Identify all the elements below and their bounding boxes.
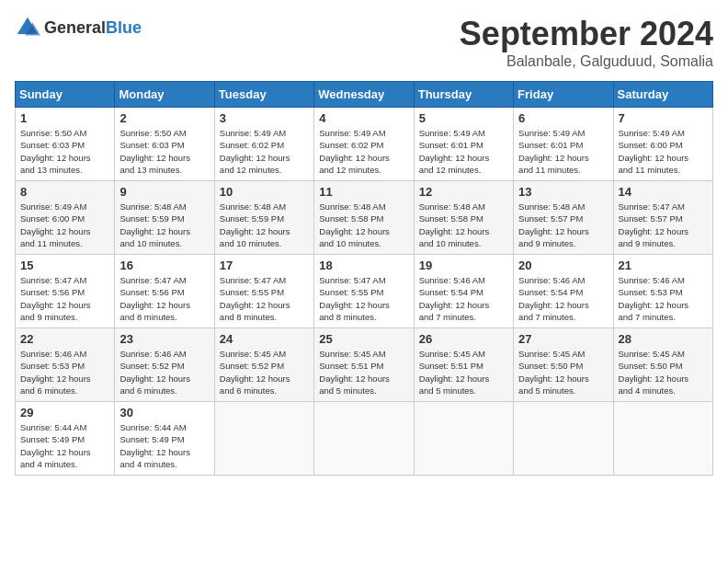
col-wednesday: Wednesday bbox=[314, 82, 414, 108]
table-row: 30Sunrise: 5:44 AMSunset: 5:49 PMDayligh… bbox=[115, 402, 214, 476]
col-tuesday: Tuesday bbox=[214, 82, 313, 108]
table-row: 15Sunrise: 5:47 AMSunset: 5:56 PMDayligh… bbox=[16, 255, 115, 328]
col-friday: Friday bbox=[514, 82, 613, 108]
table-row: 12Sunrise: 5:48 AMSunset: 5:58 PMDayligh… bbox=[414, 181, 513, 255]
table-row bbox=[414, 402, 513, 476]
month-title: September 2024 bbox=[460, 15, 713, 53]
title-block: September 2024 Balanbale, Galguduud, Som… bbox=[460, 15, 713, 70]
table-row: 3Sunrise: 5:49 AMSunset: 6:02 PMDaylight… bbox=[214, 108, 313, 181]
table-row bbox=[314, 402, 414, 476]
table-row: 5Sunrise: 5:49 AMSunset: 6:01 PMDaylight… bbox=[414, 108, 513, 181]
table-row: 19Sunrise: 5:46 AMSunset: 5:54 PMDayligh… bbox=[414, 255, 513, 328]
table-row: 18Sunrise: 5:47 AMSunset: 5:55 PMDayligh… bbox=[314, 255, 414, 328]
table-row: 28Sunrise: 5:45 AMSunset: 5:50 PMDayligh… bbox=[613, 328, 712, 402]
location-title: Balanbale, Galguduud, Somalia bbox=[460, 53, 713, 70]
col-monday: Monday bbox=[115, 82, 214, 108]
logo-text: GeneralBlue bbox=[44, 18, 142, 38]
calendar-week-5: 29Sunrise: 5:44 AMSunset: 5:49 PMDayligh… bbox=[16, 402, 713, 476]
logo-icon bbox=[15, 15, 40, 40]
table-row: 23Sunrise: 5:46 AMSunset: 5:52 PMDayligh… bbox=[115, 328, 214, 402]
table-row: 22Sunrise: 5:46 AMSunset: 5:53 PMDayligh… bbox=[16, 328, 115, 402]
calendar-week-3: 15Sunrise: 5:47 AMSunset: 5:56 PMDayligh… bbox=[16, 255, 713, 328]
table-row: 10Sunrise: 5:48 AMSunset: 5:59 PMDayligh… bbox=[214, 181, 313, 255]
calendar-week-4: 22Sunrise: 5:46 AMSunset: 5:53 PMDayligh… bbox=[16, 328, 713, 402]
table-row: 20Sunrise: 5:46 AMSunset: 5:54 PMDayligh… bbox=[514, 255, 613, 328]
table-row: 24Sunrise: 5:45 AMSunset: 5:52 PMDayligh… bbox=[214, 328, 313, 402]
table-row: 16Sunrise: 5:47 AMSunset: 5:56 PMDayligh… bbox=[115, 255, 214, 328]
table-row bbox=[613, 402, 712, 476]
calendar-week-2: 8Sunrise: 5:49 AMSunset: 6:00 PMDaylight… bbox=[16, 181, 713, 255]
table-row: 11Sunrise: 5:48 AMSunset: 5:58 PMDayligh… bbox=[314, 181, 414, 255]
table-row: 26Sunrise: 5:45 AMSunset: 5:51 PMDayligh… bbox=[414, 328, 513, 402]
table-row: 29Sunrise: 5:44 AMSunset: 5:49 PMDayligh… bbox=[16, 402, 115, 476]
table-row bbox=[514, 402, 613, 476]
col-thursday: Thursday bbox=[414, 82, 513, 108]
table-row: 7Sunrise: 5:49 AMSunset: 6:00 PMDaylight… bbox=[613, 108, 712, 181]
logo: GeneralBlue bbox=[15, 15, 142, 40]
col-saturday: Saturday bbox=[613, 82, 712, 108]
col-sunday: Sunday bbox=[16, 82, 115, 108]
table-row: 14Sunrise: 5:47 AMSunset: 5:57 PMDayligh… bbox=[613, 181, 712, 255]
calendar-table: Sunday Monday Tuesday Wednesday Thursday… bbox=[15, 81, 713, 476]
table-row: 25Sunrise: 5:45 AMSunset: 5:51 PMDayligh… bbox=[314, 328, 414, 402]
table-row: 13Sunrise: 5:48 AMSunset: 5:57 PMDayligh… bbox=[514, 181, 613, 255]
table-row: 8Sunrise: 5:49 AMSunset: 6:00 PMDaylight… bbox=[16, 181, 115, 255]
table-row: 27Sunrise: 5:45 AMSunset: 5:50 PMDayligh… bbox=[514, 328, 613, 402]
header-row: Sunday Monday Tuesday Wednesday Thursday… bbox=[16, 82, 713, 108]
table-row: 17Sunrise: 5:47 AMSunset: 5:55 PMDayligh… bbox=[214, 255, 313, 328]
page-header: GeneralBlue September 2024 Balanbale, Ga… bbox=[15, 15, 713, 70]
table-row: 21Sunrise: 5:46 AMSunset: 5:53 PMDayligh… bbox=[613, 255, 712, 328]
table-row bbox=[214, 402, 313, 476]
table-row: 9Sunrise: 5:48 AMSunset: 5:59 PMDaylight… bbox=[115, 181, 214, 255]
table-row: 2Sunrise: 5:50 AMSunset: 6:03 PMDaylight… bbox=[115, 108, 214, 181]
table-row: 6Sunrise: 5:49 AMSunset: 6:01 PMDaylight… bbox=[514, 108, 613, 181]
day-1: 1Sunrise: 5:50 AMSunset: 6:03 PMDaylight… bbox=[16, 108, 115, 181]
calendar-week-1: 1Sunrise: 5:50 AMSunset: 6:03 PMDaylight… bbox=[16, 108, 713, 181]
table-row: 4Sunrise: 5:49 AMSunset: 6:02 PMDaylight… bbox=[314, 108, 414, 181]
